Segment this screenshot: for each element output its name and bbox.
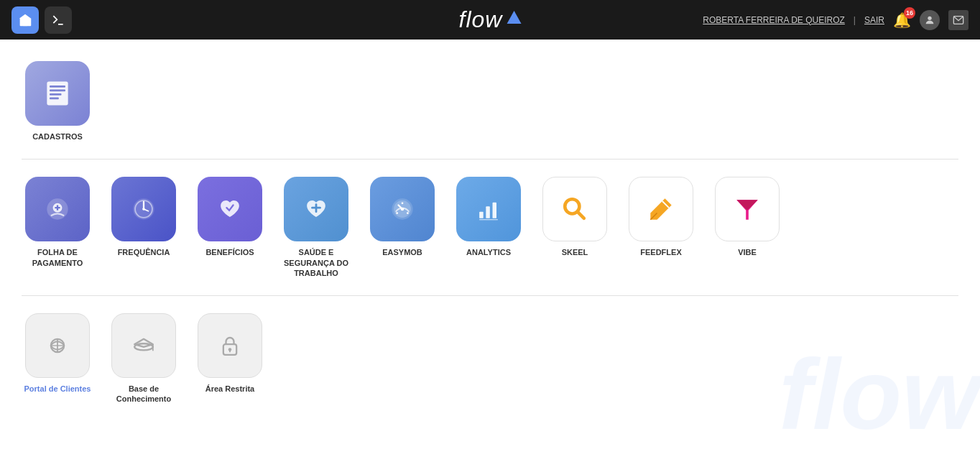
app-beneficios[interactable]: BENEFÍCIOS [194,177,266,278]
logo-text: flow [459,6,503,33]
svg-rect-7 [50,98,59,100]
cadastros-icon [25,61,90,126]
divider-1 [22,159,958,159]
portal-svg [42,330,73,361]
app-easymob[interactable]: EASYMOB [366,177,438,278]
area-icon [198,313,262,378]
easymob-svg [387,193,418,225]
folha-svg [42,193,73,225]
section-links: Portal de Clientes Base de Conhecimento [22,306,958,412]
beneficios-svg [214,193,246,225]
feedflex-icon-box [629,177,693,241]
beneficios-label: BENEFÍCIOS [205,247,254,257]
svg-rect-5 [50,90,65,92]
separator: | [854,15,856,25]
app-base[interactable]: Base de Conhecimento [108,313,180,404]
logo-triangle [507,11,521,24]
terminal-icon [51,13,65,27]
svg-rect-24 [479,212,484,218]
frequencia-label: FREQUÊNCIA [118,247,170,257]
app-frequencia[interactable]: FREQUÊNCIA [108,177,180,278]
area-label: Área Restrita [205,384,254,394]
app-area-restrita[interactable]: Área Restrita [194,313,266,404]
person-icon [924,14,935,26]
skeel-svg [559,193,591,225]
svg-point-20 [401,208,405,211]
mail-icon [953,14,964,26]
easymob-icon [370,177,435,241]
vibe-svg [731,193,763,225]
notification-badge: 16 [904,7,915,19]
saude-svg [300,193,332,225]
folha-label: FOLHA DE PAGAMENTO [22,247,93,268]
cadastros-grid: CADASTROS [22,54,958,149]
home-icon [17,12,33,28]
saude-icon [284,177,348,241]
app-cadastros[interactable]: CADASTROS [22,61,93,142]
notification-button[interactable]: 🔔 16 [893,11,911,29]
frequencia-svg [128,193,160,225]
header-right: ROBERTA FERREIRA DE QUEIROZ | SAIR 🔔 16 [703,10,969,30]
svg-rect-25 [486,207,490,219]
easymob-label: EASYMOB [382,247,422,257]
feedflex-label: FEEDFLEX [640,247,681,257]
divider-2 [22,295,958,296]
app-saude[interactable]: SAÚDE E SEGURANÇA DO TRABALHO [280,177,352,278]
section-cadastros: CADASTROS [22,54,958,149]
area-svg [214,330,246,361]
app-folha[interactable]: FOLHA DE PAGAMENTO [22,177,93,278]
header: flow ROBERTA FERREIRA DE QUEIROZ | SAIR … [0,0,980,40]
links-grid: Portal de Clientes Base de Conhecimento [22,306,958,412]
svg-line-29 [578,212,584,218]
analytics-svg [473,193,504,225]
vibe-icon-box [715,177,780,241]
app-vibe[interactable]: VIBE [711,177,783,278]
user-avatar-button[interactable] [920,10,940,30]
skeel-label: SKEEL [562,247,588,257]
app-portal[interactable]: Portal de Clientes [22,313,93,404]
header-left [11,6,72,34]
skeel-icon-box [542,177,607,241]
cadastros-svg [42,78,73,109]
user-name-link[interactable]: ROBERTA FERREIRA DE QUEIROZ [703,15,845,25]
app-skeel[interactable]: SKEEL [539,177,611,278]
feedflex-svg [645,193,677,225]
frequencia-icon [111,177,176,241]
svg-point-21 [396,212,398,214]
base-svg [128,330,160,361]
menu-button[interactable] [45,6,72,34]
svg-point-1 [928,16,931,19]
section-apps: FOLHA DE PAGAMENTO FREQUÊNCIA [22,170,958,285]
saude-label: SAÚDE E SEGURANÇA DO TRABALHO [280,247,352,278]
main-content: CADASTROS FOLHA DE PAGAMENTO [0,40,980,467]
app-analytics[interactable]: ANALYTICS [453,177,524,278]
svg-point-22 [402,203,404,205]
apps-grid: FOLHA DE PAGAMENTO FREQUÊNCIA [22,170,958,285]
svg-rect-6 [50,93,62,96]
logo-area: flow [459,6,522,33]
analytics-icon [456,177,521,241]
vibe-label: VIBE [738,247,757,257]
mail-button[interactable] [948,10,969,30]
portal-label: Portal de Clientes [24,384,91,394]
svg-point-23 [407,212,409,214]
home-button[interactable] [11,6,39,34]
sair-link[interactable]: SAIR [864,15,884,25]
svg-rect-26 [493,203,497,218]
base-label: Base de Conhecimento [108,384,180,404]
beneficios-icon [198,177,262,241]
cadastros-label: CADASTROS [32,131,83,142]
portal-icon [25,313,90,378]
folha-icon [25,177,90,241]
analytics-label: ANALYTICS [466,247,511,257]
svg-rect-4 [50,85,65,88]
base-icon [111,313,176,378]
app-feedflex[interactable]: FEEDFLEX [625,177,697,278]
